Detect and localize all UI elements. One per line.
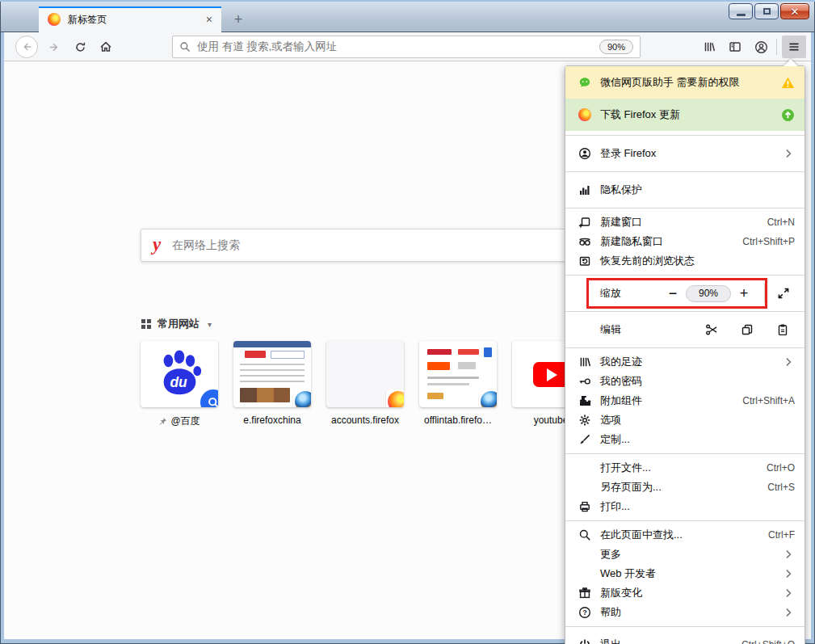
account-button[interactable] <box>749 32 773 61</box>
account-icon <box>754 40 768 54</box>
web-search-input[interactable]: y 在网络上搜索 <box>141 229 625 262</box>
baidu-thumbnail: du <box>141 341 218 407</box>
back-icon <box>15 36 38 58</box>
menu-item-more[interactable]: 更多 <box>565 545 804 564</box>
menu-item-label: 更多 <box>600 547 772 562</box>
menu-item-edit[interactable]: 编辑 <box>565 316 804 343</box>
menu-item-label: 打印... <box>600 499 795 514</box>
menu-item-update-firefox[interactable]: 下载 Firefox 更新 <box>565 99 804 131</box>
forward-button[interactable] <box>43 32 65 61</box>
menu-item-find[interactable]: 在此页面中查找...Ctrl+F <box>565 525 804 545</box>
zoom-divider <box>764 284 765 303</box>
menu-item-restore-session[interactable]: 恢复先前的浏览状态 <box>565 251 804 271</box>
chevron-right-icon <box>782 548 795 561</box>
reload-button[interactable] <box>69 32 91 61</box>
menu-item-whats-new[interactable]: 新版变化 <box>565 583 804 603</box>
menu-item-print[interactable]: 打印... <box>565 497 804 516</box>
svg-text:du: du <box>170 374 187 390</box>
pin-icon <box>158 417 167 426</box>
browser-window: 新标签页 × + ✕ 使用 有道 搜索,或者输入网址 90% <box>0 0 815 644</box>
menu-item-quit[interactable]: 退出Ctrl+Shift+Q <box>565 631 804 644</box>
menu-item-open-file[interactable]: 打开文件...Ctrl+O <box>565 458 804 478</box>
firefox-favicon <box>48 13 61 26</box>
menu-separator <box>565 626 804 627</box>
zoom-out-button[interactable]: − <box>660 286 686 301</box>
menu-item-new-window[interactable]: 新建窗口Ctrl+N <box>565 213 804 232</box>
topsite-tile-firefoxchina[interactable]: e.firefoxchina <box>233 341 311 428</box>
menu-item-shortcut: Ctrl+S <box>767 482 795 493</box>
topsite-tile-accounts[interactable]: accounts.firefox <box>326 341 404 428</box>
menu-item-label: 隐私保护 <box>600 183 795 197</box>
copy-icon[interactable] <box>737 323 758 336</box>
tab-close-icon[interactable]: × <box>204 13 215 26</box>
menu-separator <box>565 347 804 348</box>
topsite-label: @百度 <box>170 415 200 428</box>
key-icon <box>578 375 591 388</box>
sidebar-icon <box>729 40 741 53</box>
url-placeholder: 使用 有道 搜索,或者输入网址 <box>197 40 599 54</box>
svg-text:?: ? <box>582 608 587 617</box>
menu-item-label: 打开文件... <box>600 461 757 475</box>
nav-toolbar: 使用 有道 搜索,或者输入网址 90% <box>4 32 811 61</box>
topsite-label: accounts.firefox <box>331 415 399 426</box>
sidebar-button[interactable] <box>723 32 747 61</box>
menu-item-label: 退出 <box>600 638 732 644</box>
minimize-button[interactable] <box>729 3 753 19</box>
chevron-right-icon <box>782 356 795 368</box>
person-icon <box>578 147 591 160</box>
menu-item-customize[interactable]: 定制... <box>565 430 804 449</box>
menu-item-logins[interactable]: 我的密码 <box>565 372 804 391</box>
baidu-paw-logo: du <box>154 349 204 399</box>
menu-item-help[interactable]: ?帮助 <box>565 603 804 622</box>
back-button[interactable] <box>14 32 40 61</box>
menu-item-library[interactable]: 我的足迹 <box>565 352 804 372</box>
chevron-down-icon[interactable]: ▾ <box>208 320 212 329</box>
menu-item-addons[interactable]: 附加组件Ctrl+Shift+A <box>565 391 804 410</box>
grid-icon <box>141 319 151 329</box>
menu-item-sign-in[interactable]: 登录 Firefox <box>565 140 804 167</box>
reload-icon <box>74 41 86 53</box>
wechat-icon <box>578 76 591 89</box>
menu-item-label: 新建隐私窗口 <box>600 234 733 249</box>
menu-button[interactable] <box>782 36 806 58</box>
urlbar-zoom-badge[interactable]: 90% <box>599 40 633 54</box>
library-button[interactable] <box>697 32 721 61</box>
menu-item-options[interactable]: 选项 <box>565 410 804 430</box>
cut-icon[interactable] <box>701 323 722 336</box>
zoom-in-button[interactable]: + <box>731 286 757 301</box>
search-icon <box>179 41 191 53</box>
home-icon <box>99 40 112 53</box>
maximize-button[interactable] <box>754 3 779 19</box>
menu-item-web-developer[interactable]: Web 开发者 <box>565 564 804 583</box>
new-tab-button[interactable]: + <box>229 11 248 28</box>
menu-item-shortcut: Ctrl+F <box>768 529 795 541</box>
menu-separator <box>565 311 804 312</box>
topsites-header: 常用网站 ▾ <box>141 317 212 331</box>
menu-item-addon-permission[interactable]: 微信网页版助手 需要新的权限 <box>565 66 804 99</box>
menu-item-save-page[interactable]: 另存页面为...Ctrl+S <box>565 478 804 497</box>
topsite-label: e.firefoxchina <box>243 415 300 426</box>
menu-item-zoom[interactable]: 缩放−90%+ <box>565 280 804 307</box>
menu-item-label: 在此页面中查找... <box>600 528 758 542</box>
zoom-controls: −90%+ <box>660 284 795 303</box>
menu-separator <box>565 453 804 454</box>
menu-item-label: 定制... <box>600 432 795 447</box>
firefoxchina-thumbnail <box>233 341 311 407</box>
fullscreen-icon[interactable] <box>772 287 795 300</box>
topsite-tile-offlintab[interactable]: offlintab.firefo… <box>419 341 497 428</box>
paste-icon[interactable] <box>772 323 793 336</box>
tab-new-tab[interactable]: 新标签页 × <box>39 6 221 32</box>
menu-item-privacy-protections[interactable]: 隐私保护 <box>565 176 804 204</box>
brush-icon <box>578 433 591 446</box>
menu-item-new-private-window[interactable]: 新建隐私窗口Ctrl+Shift+P <box>565 232 804 251</box>
close-button[interactable]: ✕ <box>780 3 809 19</box>
topsite-tile-baidu[interactable]: du @百度 <box>141 341 218 428</box>
home-button[interactable] <box>95 32 117 61</box>
chart-icon <box>578 183 591 196</box>
menu-item-label: 新建窗口 <box>600 215 758 229</box>
icon-spacer <box>578 461 591 474</box>
chevron-right-icon <box>782 587 795 600</box>
restore-icon <box>578 255 591 267</box>
forward-icon <box>48 41 61 53</box>
url-bar[interactable]: 使用 有道 搜索,或者输入网址 90% <box>172 36 641 58</box>
